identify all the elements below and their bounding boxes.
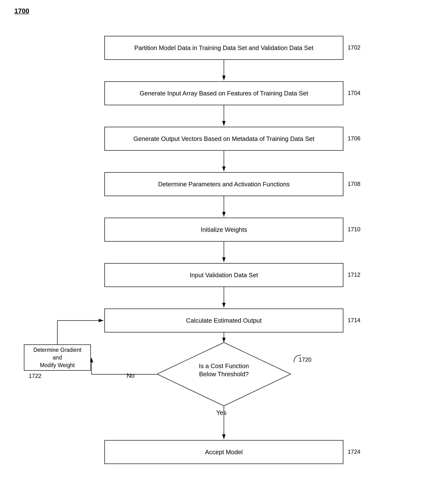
ref-1708: 1708 <box>348 181 360 187</box>
box-1714: Calculate Estimated Output <box>104 309 343 332</box>
ref-1706: 1706 <box>348 135 360 142</box>
label-yes: Yes <box>216 409 226 416</box>
box-1722: Determine Gradient and Modify Weight <box>24 344 91 371</box>
box-1724: Accept Model <box>104 440 343 464</box>
box-1704: Generate Input Array Based on Features o… <box>104 81 343 105</box>
ref-1712: 1712 <box>348 272 360 278</box>
box-1706: Generate Output Vectors Based on Metadat… <box>104 127 343 151</box>
diagram-container: 1700 Partition Model Data in <box>0 0 448 486</box>
diamond-1720: Is a Cost FunctionBelow Threshold? <box>157 343 291 407</box>
diamond-text-1720: Is a Cost FunctionBelow Threshold? <box>199 362 249 378</box>
ref-1702: 1702 <box>348 44 360 51</box>
box-1712: Input Validation Data Set <box>104 263 343 287</box>
ref-1714: 1714 <box>348 317 360 324</box>
label-no: No <box>127 372 135 379</box>
ref-1710: 1710 <box>348 226 360 233</box>
ref-1704: 1704 <box>348 90 360 96</box>
ref-curve-1720 <box>291 353 311 367</box>
fig-label: 1700 <box>14 7 29 15</box>
box-1710: Initialize Weights <box>104 218 343 242</box>
ref-1722: 1722 <box>29 373 41 379</box>
box-1702: Partition Model Data in Training Data Se… <box>104 36 343 60</box>
box-1708: Determine Parameters and Activation Func… <box>104 172 343 196</box>
ref-1724: 1724 <box>348 448 360 455</box>
